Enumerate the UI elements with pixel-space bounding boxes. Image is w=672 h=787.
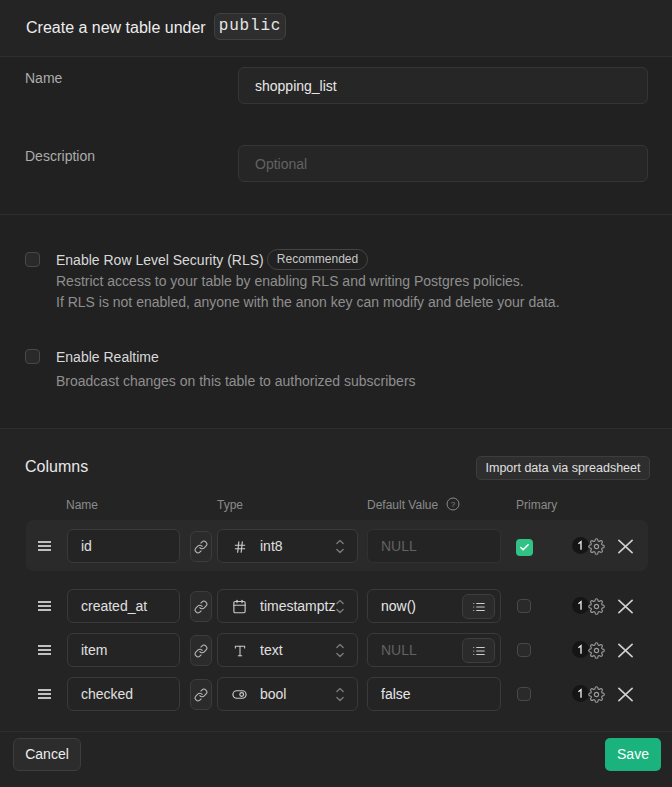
svg-text:?: ? <box>451 500 456 509</box>
